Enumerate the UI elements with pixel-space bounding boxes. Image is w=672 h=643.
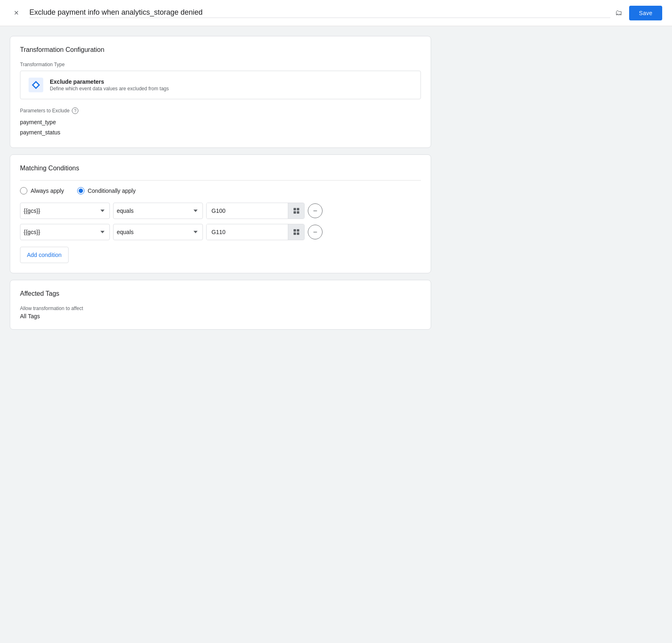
apply-radio-group: Always apply Conditionally apply	[20, 187, 421, 194]
params-label-row: Parameters to Exclude ?	[20, 107, 421, 114]
grid-icon-1	[293, 229, 300, 235]
condition-value-wrapper-0	[206, 203, 305, 219]
transform-type-name: Exclude parameters	[50, 78, 169, 85]
svg-rect-6	[297, 229, 299, 232]
param-item-1: payment_status	[20, 127, 421, 138]
transformation-type-box: Exclude parameters Define which event da…	[20, 71, 421, 99]
condition-variable-select-1[interactable]: {{gcs}}	[20, 224, 110, 240]
matching-conditions-card: Matching Conditions Always apply Conditi…	[10, 154, 431, 273]
affected-tags-card: Affected Tags Allow transformation to af…	[10, 280, 431, 330]
divider-1	[20, 180, 421, 181]
condition-row-0: {{gcs}} equals −	[20, 203, 421, 219]
always-apply-label: Always apply	[31, 188, 64, 194]
svg-rect-1	[294, 208, 296, 210]
transform-type-text: Exclude parameters Define which event da…	[50, 78, 169, 92]
title-input[interactable]	[29, 8, 610, 18]
condition-operator-select-0[interactable]: equals	[113, 203, 203, 219]
main-content: Transformation Configuration Transformat…	[0, 26, 441, 339]
always-apply-radio[interactable]	[20, 187, 27, 194]
svg-rect-2	[297, 208, 299, 210]
save-button[interactable]: Save	[629, 6, 662, 20]
remove-condition-button-0[interactable]: −	[308, 203, 323, 218]
add-condition-button[interactable]: Add condition	[20, 247, 69, 263]
params-to-exclude-label: Parameters to Exclude	[20, 108, 69, 114]
svg-rect-4	[297, 211, 299, 214]
param-item-0: payment_type	[20, 117, 421, 127]
condition-row-1: {{gcs}} equals −	[20, 224, 421, 240]
svg-rect-7	[294, 232, 296, 235]
svg-rect-3	[294, 211, 296, 214]
transformation-config-card: Transformation Configuration Transformat…	[10, 36, 431, 148]
svg-rect-5	[294, 229, 296, 232]
always-apply-option[interactable]: Always apply	[20, 187, 64, 194]
diamond-icon	[29, 78, 43, 92]
minus-icon-0: −	[313, 207, 318, 214]
header: × 🗂 Save	[0, 0, 672, 26]
folder-icon[interactable]: 🗂	[615, 9, 623, 17]
close-button[interactable]: ×	[10, 7, 23, 20]
value-picker-button-0[interactable]	[288, 203, 304, 219]
affected-tags-value: All Tags	[20, 313, 421, 319]
matching-conditions-title: Matching Conditions	[20, 165, 421, 172]
condition-variable-select-0[interactable]: {{gcs}}	[20, 203, 110, 219]
param-list: payment_type payment_status	[20, 117, 421, 138]
affected-tags-title: Affected Tags	[20, 290, 421, 297]
conditionally-apply-option[interactable]: Conditionally apply	[77, 187, 136, 194]
remove-condition-button-1[interactable]: −	[308, 225, 323, 239]
header-title-area: 🗂	[29, 8, 623, 18]
help-icon[interactable]: ?	[72, 107, 78, 114]
minus-icon-1: −	[313, 228, 318, 236]
allow-transformation-label: Allow transformation to affect	[20, 306, 421, 311]
condition-value-wrapper-1	[206, 224, 305, 240]
transformation-type-label: Transformation Type	[20, 62, 421, 67]
condition-operator-select-1[interactable]: equals	[113, 224, 203, 240]
condition-value-input-1[interactable]	[207, 224, 288, 240]
conditionally-apply-radio[interactable]	[77, 187, 85, 194]
condition-value-input-0[interactable]	[207, 203, 288, 219]
transform-type-description: Define which event data values are exclu…	[50, 86, 169, 92]
transformation-config-title: Transformation Configuration	[20, 46, 421, 54]
conditionally-apply-label: Conditionally apply	[88, 188, 136, 194]
value-picker-button-1[interactable]	[288, 224, 304, 240]
grid-icon-0	[293, 208, 300, 214]
svg-rect-8	[297, 232, 299, 235]
